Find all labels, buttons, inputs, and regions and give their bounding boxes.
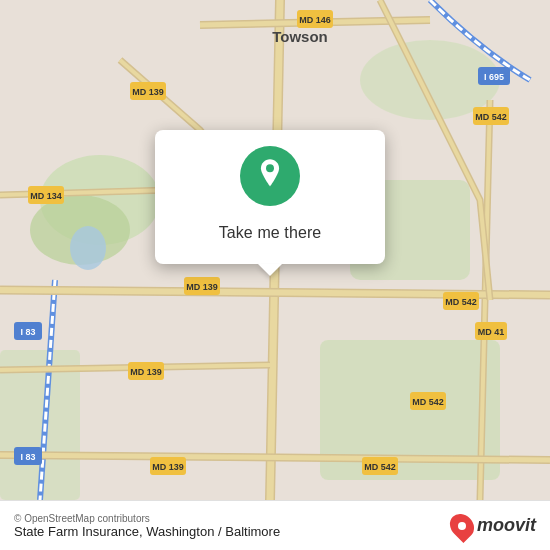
moovit-text: moovit	[477, 515, 536, 536]
location-label: State Farm Insurance, Washington / Balti…	[14, 524, 280, 539]
svg-text:MD 542: MD 542	[445, 297, 477, 307]
svg-text:Towson: Towson	[272, 28, 328, 45]
svg-text:MD 139: MD 139	[186, 282, 218, 292]
moovit-pin-icon	[445, 509, 479, 543]
moovit-logo: moovit	[451, 513, 536, 539]
svg-point-7	[70, 226, 106, 270]
svg-text:MD 542: MD 542	[364, 462, 396, 472]
map-container: MD 146 Towson MD 139 MD 134 I 695 MD 542…	[0, 0, 550, 500]
svg-text:I 83: I 83	[20, 327, 35, 337]
svg-point-38	[266, 164, 274, 172]
svg-text:MD 146: MD 146	[299, 15, 331, 25]
svg-text:I 83: I 83	[20, 452, 35, 462]
popup-card: Take me there	[155, 130, 385, 264]
svg-text:MD 542: MD 542	[412, 397, 444, 407]
take-me-there-button[interactable]: Take me there	[175, 216, 365, 250]
svg-text:MD 542: MD 542	[475, 112, 507, 122]
svg-text:MD 134: MD 134	[30, 191, 62, 201]
pin-icon	[256, 157, 284, 196]
bottom-info: © OpenStreetMap contributors State Farm …	[14, 513, 280, 539]
svg-text:MD 139: MD 139	[132, 87, 164, 97]
svg-text:MD 139: MD 139	[152, 462, 184, 472]
location-marker	[240, 146, 300, 206]
bottom-bar: © OpenStreetMap contributors State Farm …	[0, 500, 550, 550]
svg-text:MD 41: MD 41	[478, 327, 505, 337]
osm-attribution: © OpenStreetMap contributors	[14, 513, 280, 524]
svg-text:MD 139: MD 139	[130, 367, 162, 377]
svg-text:I 695: I 695	[484, 72, 504, 82]
